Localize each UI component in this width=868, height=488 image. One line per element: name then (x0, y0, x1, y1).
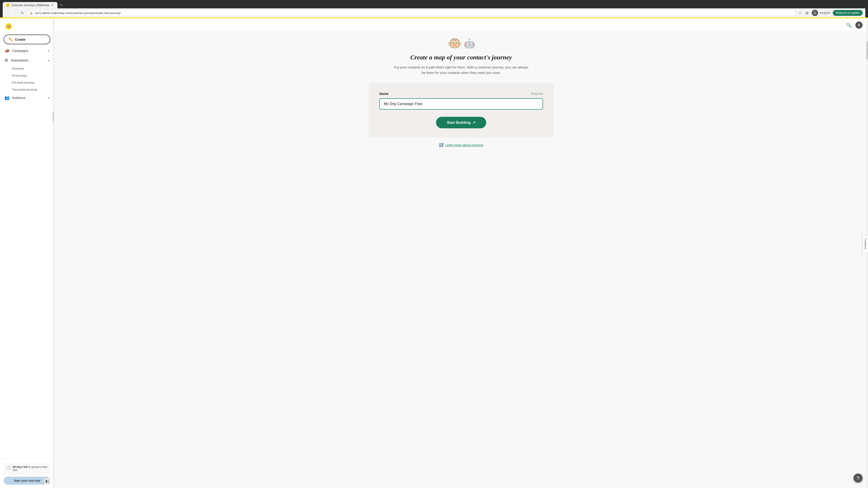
user-avatar[interactable]: S (855, 22, 863, 29)
info-icon: ℹ️ (439, 143, 443, 147)
campaigns-label: Campaigns (12, 49, 45, 53)
automations-chevron: ▴ (48, 59, 50, 62)
start-building-label: Start Building (447, 121, 471, 125)
svg-rect-1 (46, 480, 47, 483)
audience-chevron: ▾ (48, 96, 50, 99)
campaigns-icon: 📣 (4, 48, 9, 53)
journey-name-input[interactable] (379, 98, 543, 109)
trial-days: 89 days left (13, 465, 27, 468)
svg-rect-2 (48, 480, 49, 483)
audience-icon: 👥 (4, 95, 9, 100)
url-text: us21.admin.mailchimp.com/customer-journe… (35, 11, 121, 15)
sidebar-sub-item-prebuilt[interactable]: Pre-built journeys (0, 79, 54, 86)
name-label: Name (379, 92, 389, 96)
lock-icon: 🔒 (30, 11, 33, 14)
sidebar-sub-item-transactional[interactable]: Transactional email (0, 86, 54, 93)
page-subtext: Put your contacts on a path that's right… (393, 65, 529, 75)
page-heading: Create a map of your contact's journey (368, 54, 554, 61)
main-content: 🐵 🤖 Create a map of your contact's journ… (54, 32, 868, 488)
free-trial-button[interactable]: Start your free trial (4, 477, 51, 485)
browser-actions: ☆ ⊞ Incognito Relaunch to update (798, 10, 863, 16)
trial-text: 89 days left to access a free trial. (13, 465, 48, 472)
sidebar-scrollthumb (53, 112, 54, 121)
sidebar-sub-item-all-journeys[interactable]: All journeys (0, 72, 54, 79)
relaunch-btn[interactable]: Relaunch to update (833, 10, 863, 16)
incognito-badge: Incognito (812, 10, 831, 16)
learn-more-link[interactable]: ℹ️ Learn more about journeys (368, 143, 554, 147)
bookmark-btn[interactable]: ☆ (798, 10, 802, 16)
form-card: Name Required Start Building ↗ (368, 83, 554, 137)
help-button[interactable]: ? (854, 474, 863, 483)
clock-icon: 🕐 (6, 466, 11, 470)
create-button[interactable]: ✏️ Create (4, 35, 51, 44)
right-scrollbar-thumb (866, 41, 868, 60)
tab-close-btn[interactable]: ✕ (51, 3, 54, 7)
scroll-area: 🐵 🤖 Create a map of your contact's journ… (360, 32, 563, 152)
search-icon[interactable]: 🔍 (846, 22, 852, 28)
new-tab-btn[interactable]: + (58, 2, 64, 8)
form-row: Name Required (379, 92, 543, 96)
sidebar-sub-item-overview[interactable]: Overview (0, 65, 54, 72)
browser-toolbar: ← → ↻ 🔒 us21.admin.mailchimp.com/custome… (3, 8, 865, 18)
tab-favicon: 🐵 (6, 4, 9, 7)
mailchimp-logo: 🐵 (4, 22, 13, 31)
feedback-tab[interactable]: Feedback (863, 235, 868, 253)
audience-label: Audience (12, 96, 45, 100)
sidebar-header: 🐵 (0, 18, 54, 35)
incognito-icon (812, 10, 818, 16)
hero-image: 🐵 🤖 (368, 36, 554, 50)
browser-chrome: 🐵 Customer Journeys | Mailchimp ✕ + ← → … (0, 0, 868, 18)
required-label: Required (531, 92, 543, 95)
automations-icon: ⚙ (4, 58, 8, 63)
automations-label: Automations (11, 59, 45, 62)
cursor-icon: ↗ (472, 121, 475, 125)
sidebar-scrolltrack (53, 18, 54, 488)
learn-more-text: Learn more about journeys (445, 143, 483, 147)
browser-tabs: 🐵 Customer Journeys | Mailchimp ✕ + (3, 2, 865, 8)
mascot-graphic: 🐵 (447, 36, 462, 50)
address-bar[interactable]: 🔒 us21.admin.mailchimp.com/customer-jour… (26, 10, 796, 16)
trial-notice: 🕐 89 days left to access a free trial. (4, 463, 51, 475)
sidebar-item-campaigns[interactable]: 📣 Campaigns ▾ (0, 46, 54, 56)
tab-title: Customer Journeys | Mailchimp (11, 4, 49, 7)
right-scrollbar (866, 18, 868, 488)
top-nav: 🔍 S (54, 18, 868, 32)
main-area: 🔍 S 🐵 🤖 Create a map of your contact's j… (54, 18, 868, 488)
start-building-button[interactable]: Start Building ↗ (436, 117, 486, 128)
create-label: Create (15, 37, 26, 41)
sidebar: 🐵 ✏️ Create 📣 Campaigns ▾ ⚙ Automations … (0, 18, 54, 488)
active-tab: 🐵 Customer Journeys | Mailchimp ✕ (3, 2, 57, 8)
pencil-icon: ✏️ (8, 37, 13, 41)
sidebar-item-automations[interactable]: ⚙ Automations ▴ (0, 56, 54, 65)
incognito-label: Incognito (819, 11, 831, 14)
extensions-btn[interactable]: ⊞ (805, 10, 809, 16)
app-container: 🐵 ✏️ Create 📣 Campaigns ▾ ⚙ Automations … (0, 18, 868, 488)
forward-btn[interactable]: → (13, 10, 18, 16)
campaigns-chevron: ▾ (48, 49, 50, 53)
refresh-btn[interactable]: ↻ (20, 10, 25, 16)
sidebar-item-audience[interactable]: 👥 Audience ▾ (0, 93, 54, 103)
mascot-graphic-2: 🤖 (464, 38, 475, 50)
svg-text:🐵: 🐵 (6, 24, 11, 29)
sidebar-collapse-btn[interactable] (44, 478, 51, 485)
back-btn[interactable]: ← (5, 10, 11, 16)
